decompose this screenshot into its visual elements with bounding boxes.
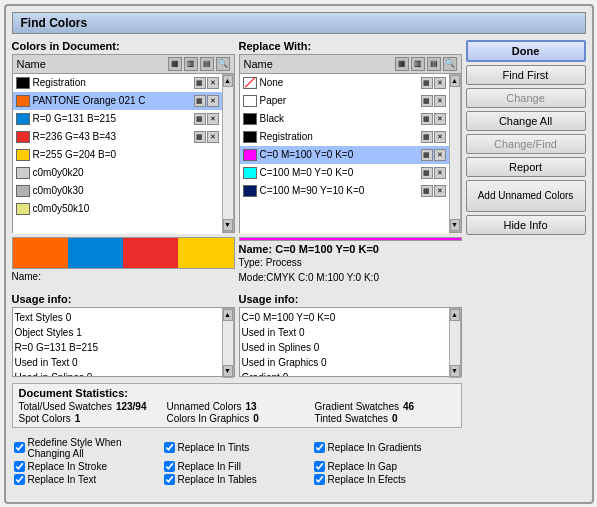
left-color-row[interactable]: c0m0y50k10 — [13, 200, 222, 218]
checkbox-input[interactable] — [14, 442, 25, 453]
report-button[interactable]: Report — [466, 157, 586, 177]
right-color-row[interactable]: C=100 M=90 Y=10 K=0▦✕ — [240, 182, 449, 200]
row-icon[interactable]: ✕ — [207, 77, 219, 89]
row-icon[interactable]: ✕ — [434, 77, 446, 89]
row-icon[interactable]: ▦ — [421, 131, 433, 143]
right-color-row[interactable]: Black▦✕ — [240, 110, 449, 128]
checkbox-input[interactable] — [314, 442, 325, 453]
right-scroll-up[interactable]: ▲ — [450, 75, 460, 87]
right-usage-scrollbar[interactable]: ▲ ▼ — [449, 308, 461, 378]
find-first-button[interactable]: Find First — [466, 65, 586, 85]
row-icon[interactable]: ✕ — [207, 113, 219, 125]
checkbox-input[interactable] — [314, 474, 325, 485]
left-color-row[interactable]: PANTONE Orange 021 C▦✕ — [13, 92, 222, 110]
row-icon[interactable]: ✕ — [434, 131, 446, 143]
checkbox-item[interactable]: Replace In Stroke — [14, 461, 160, 472]
row-action-icons: ▦✕ — [421, 167, 446, 179]
checkbox-item[interactable]: Replace In Tables — [164, 474, 310, 485]
change-button[interactable]: Change — [466, 88, 586, 108]
row-icon[interactable]: ▦ — [421, 95, 433, 107]
left-color-row[interactable]: Registration▦✕ — [13, 74, 222, 92]
left-usage-content: Text Styles 0Object Styles 1R=0 G=131 B=… — [13, 308, 222, 376]
left-usage-scrollbar[interactable]: ▲ ▼ — [222, 308, 234, 378]
color-name: Paper — [260, 95, 418, 106]
left-icon-2[interactable]: ▥ — [184, 57, 198, 71]
row-icon[interactable]: ▦ — [194, 113, 206, 125]
left-color-row[interactable]: c0m0y0k20 — [13, 164, 222, 182]
row-icon[interactable]: ✕ — [207, 131, 219, 143]
checkbox-item[interactable]: Replace In Efects — [314, 474, 460, 485]
none-swatch — [243, 77, 257, 89]
right-mode-row: Mode:CMYK C:0 M:100 Y:0 K:0 — [239, 270, 462, 285]
row-icon[interactable]: ✕ — [434, 149, 446, 161]
dialog-title: Find Colors — [12, 12, 586, 34]
checkbox-input[interactable] — [14, 461, 25, 472]
row-icon[interactable]: ▦ — [194, 95, 206, 107]
right-scroll-down[interactable]: ▼ — [450, 219, 460, 231]
right-search-icon[interactable]: 🔍 — [443, 57, 457, 71]
right-usage-scroll-down[interactable]: ▼ — [450, 365, 460, 377]
stats-item: Spot Colors 1 — [19, 413, 159, 424]
right-color-row[interactable]: None▦✕ — [240, 74, 449, 92]
checkbox-item[interactable]: Redefine Style When Changing All — [14, 437, 160, 459]
right-usage-scroll-up[interactable]: ▲ — [450, 309, 460, 321]
left-scroll-track — [223, 87, 233, 219]
stats-key: Spot Colors — [19, 413, 71, 424]
checkbox-input[interactable] — [164, 461, 175, 472]
change-find-button[interactable]: Change/Find — [466, 134, 586, 154]
row-icon[interactable]: ✕ — [434, 95, 446, 107]
row-icon[interactable]: ✕ — [434, 113, 446, 125]
left-color-row[interactable]: R=0 G=131 B=215▦✕ — [13, 110, 222, 128]
left-icon-3[interactable]: ▤ — [200, 57, 214, 71]
checkbox-item[interactable]: Replace In Gap — [314, 461, 460, 472]
checkbox-label: Replace In Gradients — [328, 442, 422, 453]
color-name: c0m0y50k10 — [33, 203, 216, 214]
right-icon-2[interactable]: ▥ — [411, 57, 425, 71]
row-icon[interactable]: ▦ — [421, 167, 433, 179]
row-icon[interactable]: ▦ — [421, 77, 433, 89]
hide-info-button[interactable]: Hide Info — [466, 215, 586, 235]
row-icon[interactable]: ✕ — [434, 185, 446, 197]
left-scroll-up[interactable]: ▲ — [223, 75, 233, 87]
left-usage-scroll-down[interactable]: ▼ — [223, 365, 233, 377]
left-scroll-down[interactable]: ▼ — [223, 219, 233, 231]
checkbox-item[interactable]: Replace In Text — [14, 474, 160, 485]
done-button[interactable]: Done — [466, 40, 586, 62]
checkbox-input[interactable] — [314, 461, 325, 472]
row-icon[interactable]: ✕ — [207, 95, 219, 107]
left-color-row[interactable]: R=236 G=43 B=43▦✕ — [13, 128, 222, 146]
color-swatch — [16, 77, 30, 89]
row-icon[interactable]: ▦ — [194, 77, 206, 89]
right-name-label: Name: — [239, 243, 276, 255]
right-color-row[interactable]: Registration▦✕ — [240, 128, 449, 146]
right-scrollbar[interactable]: ▲ ▼ — [449, 74, 461, 232]
left-icon-1[interactable]: ▦ — [168, 57, 182, 71]
preview-color-segment — [123, 238, 178, 268]
left-search-icon[interactable]: 🔍 — [216, 57, 230, 71]
row-icon[interactable]: ▦ — [421, 185, 433, 197]
stats-key: Tinted Swatches — [315, 413, 389, 424]
right-color-row[interactable]: Paper▦✕ — [240, 92, 449, 110]
left-usage-scroll-up[interactable]: ▲ — [223, 309, 233, 321]
left-color-row[interactable]: c0m0y0k30 — [13, 182, 222, 200]
checkbox-input[interactable] — [164, 442, 175, 453]
checkbox-item[interactable]: Replace In Gradients — [314, 437, 460, 459]
right-color-row[interactable]: C=100 M=0 Y=0 K=0▦✕ — [240, 164, 449, 182]
left-color-row[interactable]: R=255 G=204 B=0 — [13, 146, 222, 164]
row-icon[interactable]: ▦ — [194, 131, 206, 143]
right-icon-1[interactable]: ▦ — [395, 57, 409, 71]
row-icon[interactable]: ▦ — [421, 113, 433, 125]
right-color-row[interactable]: C=0 M=100 Y=0 K=0▦✕ — [240, 146, 449, 164]
color-swatch — [16, 149, 30, 161]
checkbox-item[interactable]: Replace In Tints — [164, 437, 310, 459]
right-icon-3[interactable]: ▤ — [427, 57, 441, 71]
checkbox-input[interactable] — [14, 474, 25, 485]
left-scrollbar[interactable]: ▲ ▼ — [222, 74, 234, 232]
row-icon[interactable]: ✕ — [434, 167, 446, 179]
add-unnamed-button[interactable]: Add Unnamed Colors — [466, 180, 586, 212]
row-icon[interactable]: ▦ — [421, 149, 433, 161]
checkbox-item[interactable]: Replace In Fill — [164, 461, 310, 472]
change-all-button[interactable]: Change All — [466, 111, 586, 131]
right-preview-color — [240, 238, 461, 240]
checkbox-input[interactable] — [164, 474, 175, 485]
